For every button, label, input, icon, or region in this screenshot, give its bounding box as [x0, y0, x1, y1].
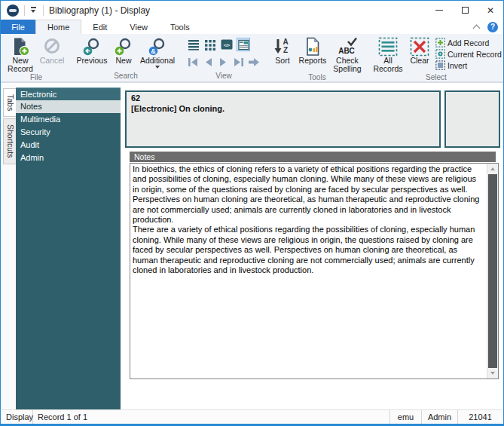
- scroll-down-button[interactable]: [487, 368, 498, 378]
- record-number: 62: [131, 93, 435, 103]
- new-record-icon: [11, 36, 30, 57]
- first-record-button[interactable]: [187, 55, 199, 69]
- select-invert-label: Invert: [447, 61, 467, 70]
- tab-tools[interactable]: Tools: [159, 20, 201, 34]
- previous-search-icon: [82, 36, 102, 57]
- form-view-button[interactable]: [237, 38, 250, 51]
- record-side-box[interactable]: [444, 90, 500, 148]
- svg-text:ABC: ABC: [338, 47, 355, 55]
- notes-field-label: Notes: [130, 152, 496, 162]
- grid-view-icon: [204, 38, 216, 51]
- sidebar-item-multimedia[interactable]: Multimedia: [16, 113, 121, 126]
- vertical-tab-tabs[interactable]: Tabs: [3, 88, 16, 117]
- select-current-record-label: Current Record: [447, 50, 502, 59]
- quick-access-dropdown-icon[interactable]: [30, 7, 38, 14]
- new-search-label: New: [115, 57, 131, 65]
- tabrow-right-controls: ?: [474, 20, 503, 34]
- last-record-button[interactable]: [232, 55, 244, 69]
- tab-view[interactable]: View: [118, 20, 159, 34]
- tab-file[interactable]: File: [1, 20, 35, 34]
- sort-label: Sort: [275, 57, 289, 65]
- sidebar-item-security[interactable]: Security: [16, 126, 121, 139]
- sidebar-item-electronic[interactable]: Electronic: [16, 87, 121, 100]
- select-current-record-button[interactable]: Current Record: [435, 49, 502, 59]
- select-clear-button[interactable]: Clear: [405, 35, 434, 65]
- select-all-records-button[interactable]: All Records: [371, 35, 405, 73]
- status-bar: Display Record 1 of 1 emu Admin 21041: [2, 409, 502, 424]
- goto-record-button[interactable]: [247, 55, 261, 69]
- svg-text:A: A: [283, 38, 288, 46]
- additional-search-label: Additional: [140, 57, 175, 65]
- scroll-up-button[interactable]: [487, 164, 498, 174]
- sidebar-item-admin[interactable]: Admin: [16, 152, 121, 164]
- close-button[interactable]: ✕: [478, 1, 503, 20]
- select-invert-icon: [435, 60, 445, 70]
- last-record-icon: [233, 57, 244, 67]
- select-clear-label: Clear: [410, 57, 429, 65]
- select-current-record-icon: [435, 49, 445, 59]
- previous-search-button[interactable]: Previous: [74, 35, 110, 65]
- select-all-records-icon: [378, 36, 398, 57]
- first-record-icon: [188, 57, 199, 67]
- scrollbar-thumb[interactable]: [488, 174, 497, 368]
- check-spelling-button[interactable]: ABC Check Spelling: [330, 35, 365, 73]
- new-search-button[interactable]: New: [110, 35, 137, 65]
- html-view-icon: </>: [221, 38, 233, 51]
- vertical-tab-shortcuts[interactable]: Shortcuts: [3, 118, 16, 164]
- app-window: Bibliography (1) - Display ✕ File Home E…: [0, 0, 504, 426]
- sort-button[interactable]: A Z Sort: [270, 35, 295, 65]
- sidebar-item-audit[interactable]: Audit: [16, 139, 121, 152]
- goto-record-icon: [248, 57, 260, 67]
- previous-record-button[interactable]: [202, 55, 214, 69]
- group-label-view: View: [184, 72, 264, 81]
- reports-button[interactable]: Reports: [295, 35, 330, 65]
- help-icon[interactable]: ?: [487, 22, 498, 32]
- list-view-button[interactable]: [187, 38, 200, 51]
- additional-search-button[interactable]: & Additional: [137, 35, 178, 69]
- maximize-button[interactable]: [452, 1, 478, 20]
- record-summary-box[interactable]: 62 [Electronic] On cloning.: [125, 90, 441, 148]
- form-view-icon: [238, 39, 249, 51]
- html-view-button[interactable]: </>: [220, 38, 234, 51]
- notes-field[interactable]: In bioethics, the ethics of cloning refe…: [130, 163, 499, 379]
- select-add-record-button[interactable]: Add Record: [435, 38, 502, 48]
- record-display-area: 62 [Electronic] On cloning. Notes In bio…: [125, 84, 502, 409]
- previous-record-icon: [203, 57, 213, 67]
- cancel-icon: [42, 36, 62, 57]
- select-add-record-icon: [435, 38, 445, 48]
- ribbon-group-view: </>: [182, 35, 266, 81]
- record-summary: [Electronic] On cloning.: [131, 103, 435, 114]
- notes-scrollbar[interactable]: [487, 164, 498, 378]
- notes-paragraph: There are a variety of ethical positions…: [133, 225, 484, 275]
- notes-text[interactable]: In bioethics, the ethics of cloning refe…: [130, 164, 486, 378]
- status-spacer: [92, 410, 389, 424]
- status-record-count: Record 1 of 1: [33, 410, 92, 424]
- tabs-list-panel: Electronic Notes Multimedia Security Aud…: [16, 87, 121, 409]
- new-search-icon: [114, 36, 133, 57]
- status-mode: Display: [2, 410, 33, 424]
- ribbon-group-file: New Record Cancel File: [2, 35, 70, 81]
- tab-home[interactable]: Home: [35, 20, 81, 34]
- sidebar-item-notes[interactable]: Notes: [16, 100, 121, 113]
- cancel-button[interactable]: Cancel: [36, 35, 68, 65]
- grid-view-button[interactable]: [203, 38, 217, 51]
- close-icon: ✕: [487, 6, 494, 15]
- new-record-button[interactable]: New Record: [5, 35, 36, 73]
- title-bar: Bibliography (1) - Display ✕: [1, 0, 503, 20]
- next-record-button[interactable]: [217, 55, 229, 69]
- content-area: Tabs Shortcuts Electronic Notes Multimed…: [2, 84, 502, 409]
- svg-text:Z: Z: [283, 46, 288, 54]
- group-label-select: Select: [371, 73, 502, 82]
- tab-edit[interactable]: Edit: [81, 20, 118, 34]
- select-all-records-label: All Records: [371, 57, 405, 73]
- select-invert-button[interactable]: Invert: [435, 60, 502, 70]
- new-record-label: New Record: [5, 57, 36, 73]
- status-database: emu: [389, 410, 421, 424]
- titlebar-divider: [43, 5, 44, 16]
- status-number: 21041: [457, 410, 502, 424]
- status-user: Admin: [421, 410, 457, 424]
- minimize-button[interactable]: [426, 1, 452, 20]
- group-label-search: Search: [74, 72, 178, 81]
- group-label-tools: Tools: [270, 73, 365, 82]
- collapse-ribbon-icon[interactable]: [474, 25, 481, 29]
